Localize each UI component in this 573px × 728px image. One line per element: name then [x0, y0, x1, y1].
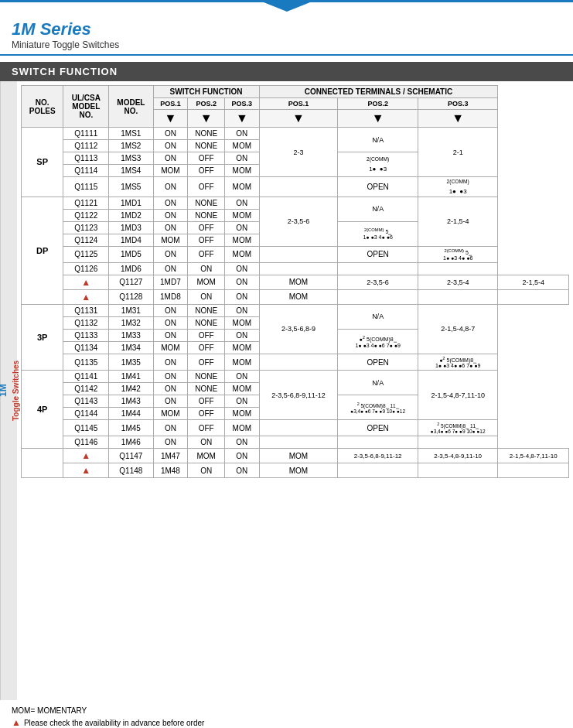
cp2-dp8: [418, 289, 498, 304]
cp2-sp-schematic: 2(COMM) 1● ●3: [338, 152, 418, 177]
cp2-open: OPEN: [338, 177, 418, 197]
p1: ON: [153, 420, 188, 436]
cp2-dp6: [338, 262, 418, 275]
model: 1M48: [153, 463, 188, 478]
p3: MOM: [225, 165, 260, 177]
p2: OFF: [188, 152, 225, 165]
icon-cpos2: ▼: [338, 110, 418, 128]
col-connected-terminals: CONNECTED TERMINALS / SCHEMATIC: [259, 86, 498, 98]
table-row: Q1145 1M45 ON OFF MOM OPEN 2 5(COMM)8⎯ 1…: [22, 420, 569, 436]
ul-csa: Q1146: [63, 436, 109, 449]
model: 1M47: [153, 449, 188, 463]
table-row: SP Q1111 1MS1 ON NONE ON 2-3 N/A 2-1: [22, 128, 569, 140]
p3: MOM: [225, 234, 260, 246]
cp2-dp-open: OPEN: [338, 246, 418, 262]
model: 1M35: [109, 354, 153, 370]
cp1-sp-empty: [259, 177, 338, 197]
model: 1M42: [109, 383, 153, 395]
footer: MOM= MOMENTARY ▲ Please check the availa…: [0, 700, 573, 728]
p2: OFF: [188, 177, 225, 197]
poles-4p-ext: [22, 449, 63, 478]
cp2-dp-na: N/A: [338, 197, 418, 221]
cp1-3p: 2-3,5-6,8-9: [259, 304, 338, 354]
table-container: NO.POLES UL/CSAMODELNO. MODELNO. SWITCH …: [17, 81, 573, 700]
cp1-dp8: [338, 289, 418, 304]
p1: ON: [153, 316, 188, 329]
p2: OFF: [188, 354, 225, 370]
cp3-dp5-schematic: 2(COMM) 5⎯ 1● ●3 4● ●6: [418, 246, 498, 262]
flag-dp8: ▲: [63, 289, 109, 304]
p1: ON: [153, 262, 188, 275]
ul-csa: Q1133: [63, 329, 109, 341]
model: 1MD3: [109, 221, 153, 234]
cp1-4p8: [338, 463, 418, 478]
cp3-dp: 2-1,5-4: [418, 197, 498, 246]
p2: ON: [225, 463, 260, 478]
table-row: ▲ Q1128 1MD8 ON ON MOM: [22, 289, 569, 304]
p3: MOM: [225, 316, 260, 329]
p2: NONE: [188, 371, 225, 383]
model: 1M45: [109, 420, 153, 436]
icon-pos1: ▼: [153, 110, 188, 128]
ul-csa: Q1127: [109, 275, 153, 289]
cp1-dp5-empty: [259, 246, 338, 262]
series-label: 1M: [0, 385, 9, 398]
p1: ON: [188, 463, 225, 478]
p3: ON: [225, 395, 260, 408]
table-row: 3P Q1131 1M31 ON NONE ON 2-3,5-6,8-9 N/A…: [22, 304, 569, 316]
model: 1MD1: [109, 197, 153, 209]
model: 1M33: [109, 329, 153, 341]
cp3-dp6: [418, 262, 498, 275]
cp3-3p5-schematic: ●2 5(COMM)8⎯ 1● ●3 4● ●6 7● ●9: [418, 354, 498, 370]
p2: NONE: [188, 304, 225, 316]
icon-cpos1: ▼: [259, 110, 338, 128]
footer-note2: Please check the availability in advance…: [24, 719, 204, 727]
cp3-4p5-schematic: 2 5(COMM)8⎯ 11⎯ ●3,4● ●6 7● ●9 10● ●12: [418, 420, 498, 436]
col-cpos1: POS.1: [259, 98, 338, 110]
p1: ON: [153, 177, 188, 197]
p3: MOM: [225, 140, 260, 152]
icon-cpos3: ▼: [418, 110, 498, 128]
section-title: SWITCH FUNCTION: [0, 62, 573, 81]
model: 1MS4: [109, 165, 153, 177]
cp3-4p7: 2-1,5-4,8-7,11-10: [498, 449, 569, 463]
model: 1MD6: [109, 262, 153, 275]
p3: MOM: [259, 275, 338, 289]
p2: NONE: [188, 197, 225, 209]
cp3-sp: 2-1: [418, 128, 498, 177]
p2: OFF: [188, 221, 225, 234]
model: 1M44: [109, 408, 153, 420]
p1: MOM: [153, 165, 188, 177]
p3: ON: [225, 128, 260, 140]
p2: NONE: [188, 128, 225, 140]
ul-csa: Q1124: [63, 234, 109, 246]
col-ul-csa: UL/CSAMODELNO.: [63, 86, 109, 128]
footer-note1: MOM= MOMENTARY: [12, 706, 561, 715]
p1: MOM: [153, 341, 188, 354]
table-row: ▲ Q1147 1M47 MOM ON MOM 2-3,5-6,8-9,11-1…: [22, 449, 569, 463]
ul-csa: Q1141: [63, 371, 109, 383]
ul-csa: Q1148: [109, 463, 153, 478]
icon-pos2: ▼: [188, 110, 225, 128]
cp3-dp8: [498, 289, 569, 304]
ul-csa: Q1121: [63, 197, 109, 209]
cp3-4p6: [418, 436, 498, 449]
ul-csa: Q1115: [63, 177, 109, 197]
model: 1MD7: [153, 275, 188, 289]
flag-dp7: ▲: [63, 275, 109, 289]
p3: ON: [225, 329, 260, 341]
p1: ON: [153, 304, 188, 316]
model: 1M41: [109, 371, 153, 383]
p3: ON: [225, 304, 260, 316]
flag-4p7: ▲: [63, 449, 109, 463]
p1: ON: [153, 128, 188, 140]
ul-csa: Q1144: [63, 408, 109, 420]
cp1-3p5-empty: [259, 354, 338, 370]
p2: NONE: [188, 316, 225, 329]
p1: ON: [153, 221, 188, 234]
p2: ON: [225, 449, 260, 463]
cp3-4p: 2-1,5-4,8-7,11-10: [418, 371, 498, 420]
model: 1MD4: [109, 234, 153, 246]
p2: NONE: [188, 140, 225, 152]
table-row: Q1135 1M35 ON OFF MOM OPEN ●2 5(COMM)8⎯ …: [22, 354, 569, 370]
